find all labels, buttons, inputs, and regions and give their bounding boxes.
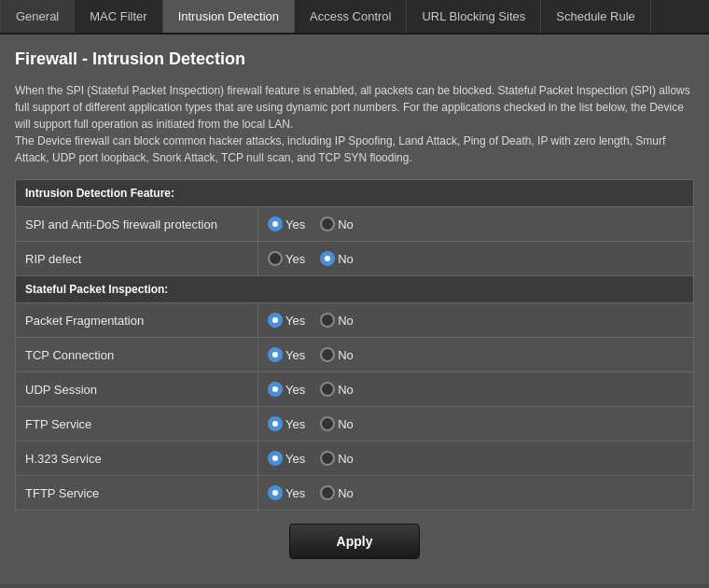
description: When the SPI (Stateful Packet Inspection… bbox=[15, 82, 694, 166]
radio-cell-tcp-connection: YesNo bbox=[258, 338, 694, 372]
tab-access-control[interactable]: Access Control bbox=[295, 0, 407, 33]
description-text-2: The Device firewall can block common hac… bbox=[15, 134, 665, 164]
radio-group-rip-defect: YesNo bbox=[268, 251, 684, 266]
radio-no-packet-fragmentation[interactable]: No bbox=[320, 313, 354, 328]
button-area: Apply bbox=[15, 511, 694, 568]
radio-yes-udp-session[interactable]: Yes bbox=[268, 382, 305, 397]
main-content: Firewall - Intrusion Detection When the … bbox=[0, 35, 709, 584]
radio-no-label-spi-antidos: No bbox=[338, 217, 354, 231]
radio-yes-label-rip-defect: Yes bbox=[285, 252, 305, 266]
radio-yes-indicator-h323-service bbox=[268, 451, 283, 466]
radio-yes-indicator-tftp-service bbox=[268, 485, 283, 500]
radio-yes-spi-antidos[interactable]: Yes bbox=[268, 217, 305, 231]
label-ftp-service: FTP Service bbox=[16, 407, 258, 441]
radio-no-ftp-service[interactable]: No bbox=[320, 416, 354, 431]
radio-yes-tftp-service[interactable]: Yes bbox=[268, 485, 305, 500]
radio-yes-packet-fragmentation[interactable]: Yes bbox=[268, 313, 305, 328]
radio-yes-indicator-ftp-service bbox=[268, 416, 283, 431]
radio-yes-label-udp-session: Yes bbox=[285, 383, 305, 397]
radio-yes-label-tcp-connection: Yes bbox=[285, 348, 305, 362]
radio-cell-tftp-service: YesNo bbox=[258, 476, 694, 511]
detection-table: Intrusion Detection Feature:SPI and Anti… bbox=[15, 179, 694, 511]
row-spi-antidos: SPI and Anti-DoS firewall protectionYesN… bbox=[16, 207, 694, 242]
tab-mac-filter[interactable]: MAC Filter bbox=[75, 0, 162, 33]
radio-no-tcp-connection[interactable]: No bbox=[320, 347, 354, 362]
radio-no-indicator-udp-session bbox=[320, 382, 335, 397]
radio-yes-indicator-tcp-connection bbox=[268, 347, 283, 362]
radio-cell-udp-session: YesNo bbox=[258, 372, 694, 407]
radio-yes-indicator-packet-fragmentation bbox=[268, 313, 283, 328]
radio-no-indicator-spi-antidos bbox=[320, 217, 335, 231]
radio-group-spi-antidos: YesNo bbox=[268, 217, 684, 231]
radio-group-tcp-connection: YesNo bbox=[268, 347, 684, 362]
label-h323-service: H.323 Service bbox=[16, 441, 258, 476]
radio-yes-label-tftp-service: Yes bbox=[285, 486, 305, 500]
radio-no-tftp-service[interactable]: No bbox=[320, 485, 354, 500]
radio-no-indicator-h323-service bbox=[320, 451, 335, 466]
row-h323-service: H.323 ServiceYesNo bbox=[16, 441, 694, 476]
tab-schedule-rule[interactable]: Schedule Rule bbox=[541, 0, 651, 33]
radio-no-indicator-ftp-service bbox=[320, 416, 335, 431]
radio-cell-ftp-service: YesNo bbox=[258, 407, 694, 441]
radio-group-packet-fragmentation: YesNo bbox=[268, 313, 684, 328]
radio-yes-label-packet-fragmentation: Yes bbox=[285, 314, 305, 328]
radio-yes-indicator-udp-session bbox=[268, 382, 283, 397]
radio-no-spi-antidos[interactable]: No bbox=[320, 217, 354, 231]
radio-no-indicator-packet-fragmentation bbox=[320, 313, 335, 328]
label-tftp-service: TFTP Service bbox=[16, 476, 258, 511]
row-packet-fragmentation: Packet FragmentationYesNo bbox=[16, 303, 694, 338]
radio-cell-spi-antidos: YesNo bbox=[258, 207, 694, 242]
radio-yes-label-spi-antidos: Yes bbox=[285, 217, 305, 231]
tab-url-blocking[interactable]: URL Blocking Sites bbox=[407, 0, 541, 33]
radio-no-udp-session[interactable]: No bbox=[320, 382, 354, 397]
radio-cell-packet-fragmentation: YesNo bbox=[258, 303, 694, 338]
radio-no-rip-defect[interactable]: No bbox=[320, 251, 354, 266]
radio-no-h323-service[interactable]: No bbox=[320, 451, 354, 466]
row-rip-defect: RIP defectYesNo bbox=[16, 242, 694, 276]
radio-yes-indicator-spi-antidos bbox=[268, 217, 283, 231]
tab-intrusion-detection[interactable]: Intrusion Detection bbox=[163, 0, 295, 33]
radio-cell-rip-defect: YesNo bbox=[258, 242, 694, 276]
radio-no-indicator-tcp-connection bbox=[320, 347, 335, 362]
radio-no-label-udp-session: No bbox=[338, 383, 354, 397]
radio-yes-rip-defect[interactable]: Yes bbox=[268, 251, 305, 266]
radio-group-h323-service: YesNo bbox=[268, 451, 684, 466]
row-ftp-service: FTP ServiceYesNo bbox=[16, 407, 694, 441]
radio-yes-tcp-connection[interactable]: Yes bbox=[268, 347, 305, 362]
page-title: Firewall - Intrusion Detection bbox=[15, 49, 694, 69]
section-header-intrusion-detection-feature: Intrusion Detection Feature: bbox=[16, 180, 694, 207]
tab-general[interactable]: General bbox=[0, 0, 75, 33]
row-tcp-connection: TCP ConnectionYesNo bbox=[16, 338, 694, 372]
description-text-1: When the SPI (Stateful Packet Inspection… bbox=[15, 84, 690, 131]
label-tcp-connection: TCP Connection bbox=[16, 338, 258, 372]
radio-no-label-packet-fragmentation: No bbox=[338, 314, 354, 328]
radio-yes-indicator-rip-defect bbox=[268, 251, 283, 266]
radio-no-label-tcp-connection: No bbox=[338, 348, 354, 362]
label-udp-session: UDP Session bbox=[16, 372, 258, 407]
radio-no-label-ftp-service: No bbox=[338, 417, 354, 431]
label-spi-antidos: SPI and Anti-DoS firewall protection bbox=[16, 207, 258, 242]
radio-group-tftp-service: YesNo bbox=[268, 485, 684, 500]
radio-group-ftp-service: YesNo bbox=[268, 416, 684, 431]
radio-no-label-h323-service: No bbox=[338, 452, 354, 466]
radio-no-indicator-tftp-service bbox=[320, 485, 335, 500]
label-packet-fragmentation: Packet Fragmentation bbox=[16, 303, 258, 338]
radio-cell-h323-service: YesNo bbox=[258, 441, 694, 476]
radio-group-udp-session: YesNo bbox=[268, 382, 684, 397]
tab-bar: GeneralMAC FilterIntrusion DetectionAcce… bbox=[0, 0, 709, 35]
radio-no-label-rip-defect: No bbox=[338, 252, 354, 266]
radio-yes-ftp-service[interactable]: Yes bbox=[268, 416, 305, 431]
radio-yes-label-ftp-service: Yes bbox=[285, 417, 305, 431]
apply-button[interactable]: Apply bbox=[289, 524, 421, 559]
row-tftp-service: TFTP ServiceYesNo bbox=[16, 476, 694, 511]
radio-no-label-tftp-service: No bbox=[338, 486, 354, 500]
radio-no-indicator-rip-defect bbox=[320, 251, 335, 266]
section-header-stateful-packet-inspection: Stateful Packet Inspection: bbox=[16, 276, 694, 303]
radio-yes-h323-service[interactable]: Yes bbox=[268, 451, 305, 466]
row-udp-session: UDP SessionYesNo bbox=[16, 372, 694, 407]
label-rip-defect: RIP defect bbox=[16, 242, 258, 276]
radio-yes-label-h323-service: Yes bbox=[285, 452, 305, 466]
